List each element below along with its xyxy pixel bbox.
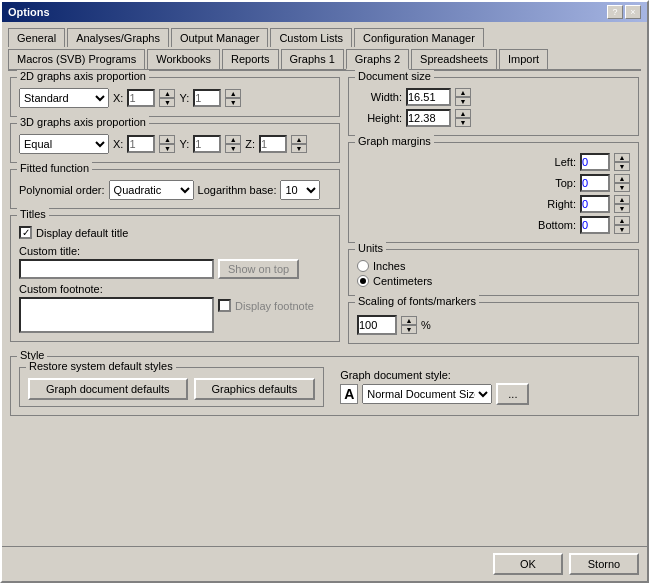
tab-general[interactable]: General: [8, 28, 65, 47]
custom-title-input[interactable]: [19, 259, 214, 279]
custom-title-label: Custom title:: [19, 245, 331, 257]
axis3d-x-up[interactable]: ▲: [159, 135, 175, 144]
margin-top-down[interactable]: ▼: [614, 183, 630, 192]
axis2d-dropdown[interactable]: Standard: [19, 88, 109, 108]
margin-bottom-input[interactable]: [580, 216, 610, 234]
axis2d-x-label: X:: [113, 92, 123, 104]
axis3d-legend: 3D graphs axis proportion: [17, 116, 149, 128]
margin-top-up[interactable]: ▲: [614, 174, 630, 183]
close-button[interactable]: ×: [625, 5, 641, 19]
axis3d-z-up[interactable]: ▲: [291, 135, 307, 144]
custom-footnote-label: Custom footnote:: [19, 283, 331, 295]
help-button[interactable]: ?: [607, 5, 623, 19]
margin-left-down[interactable]: ▼: [614, 162, 630, 171]
document-size-group: Document size Width: ▲ ▼ Height:: [348, 77, 639, 136]
tab-import[interactable]: Import: [499, 49, 548, 69]
tabs-row-1: General Analyses/Graphs Output Manager C…: [8, 26, 641, 47]
margin-bottom-up[interactable]: ▲: [614, 216, 630, 225]
margin-bottom-down[interactable]: ▼: [614, 225, 630, 234]
margin-left-input[interactable]: [580, 153, 610, 171]
margin-right-label: Right:: [536, 198, 576, 210]
cancel-button[interactable]: Storno: [569, 553, 639, 575]
log-dropdown[interactable]: 10: [280, 180, 320, 200]
show-on-top-button[interactable]: Show on top: [218, 259, 299, 279]
right-panel: Document size Width: ▲ ▼ Height:: [348, 77, 639, 350]
fitted-legend: Fitted function: [17, 162, 92, 174]
display-default-title-checkbox[interactable]: [19, 226, 32, 239]
axis3d-x-label: X:: [113, 138, 123, 150]
axis3d-y-down[interactable]: ▼: [225, 144, 241, 153]
margin-top-label: Top:: [536, 177, 576, 189]
height-input[interactable]: [406, 109, 451, 127]
width-input[interactable]: [406, 88, 451, 106]
margin-left-up[interactable]: ▲: [614, 153, 630, 162]
units-legend: Units: [355, 242, 386, 254]
margin-right-up[interactable]: ▲: [614, 195, 630, 204]
custom-footnote-textarea[interactable]: [19, 297, 214, 333]
inches-radio[interactable]: [357, 260, 369, 272]
axis2d-y-input[interactable]: [193, 89, 221, 107]
titles-legend: Titles: [17, 208, 49, 220]
axis2d-x-down[interactable]: ▼: [159, 98, 175, 107]
height-up[interactable]: ▲: [455, 109, 471, 118]
graph-doc-dropdown[interactable]: Normal Document Size: [362, 384, 492, 404]
restore-legend: Restore system default styles: [26, 360, 176, 372]
width-up[interactable]: ▲: [455, 88, 471, 97]
graphics-defaults-button[interactable]: Graphics defaults: [194, 378, 316, 400]
graph-doc-style-label: Graph document style:: [340, 369, 529, 381]
margin-right-input[interactable]: [580, 195, 610, 213]
browse-button[interactable]: ...: [496, 383, 529, 405]
tab-macros[interactable]: Macros (SVB) Programs: [8, 49, 145, 69]
tab-custom-lists[interactable]: Custom Lists: [270, 28, 352, 47]
graph-doc-icon: A: [340, 384, 358, 404]
axis2d-group: 2D graphs axis proportion Standard X: ▲ …: [10, 77, 340, 117]
tabs-row-2: Macros (SVB) Programs Workbooks Reports …: [8, 47, 641, 71]
tab-graphs2[interactable]: Graphs 2: [346, 49, 409, 70]
axis3d-z-input[interactable]: [259, 135, 287, 153]
tab-configuration-manager[interactable]: Configuration Manager: [354, 28, 484, 47]
title-bar: Options ? ×: [2, 2, 647, 22]
centimeters-radio-label[interactable]: Centimeters: [357, 275, 630, 287]
tab-graphs1[interactable]: Graphs 1: [281, 49, 344, 69]
poly-dropdown[interactable]: Quadratic: [109, 180, 194, 200]
tab-analyses-graphs[interactable]: Analyses/Graphs: [67, 28, 169, 47]
tab-workbooks[interactable]: Workbooks: [147, 49, 220, 69]
scaling-up[interactable]: ▲: [401, 316, 417, 325]
height-label: Height:: [357, 112, 402, 124]
axis3d-x-down[interactable]: ▼: [159, 144, 175, 153]
centimeters-radio[interactable]: [357, 275, 369, 287]
units-group: Units Inches Centimeters: [348, 249, 639, 296]
window-title: Options: [8, 6, 50, 18]
display-default-title-text: Display default title: [36, 227, 128, 239]
height-down[interactable]: ▼: [455, 118, 471, 127]
axis2d-y-up[interactable]: ▲: [225, 89, 241, 98]
graph-defaults-button[interactable]: Graph document defaults: [28, 378, 188, 400]
ok-button[interactable]: OK: [493, 553, 563, 575]
axis2d-legend: 2D graphs axis proportion: [17, 70, 149, 82]
scaling-input[interactable]: [357, 315, 397, 335]
width-down[interactable]: ▼: [455, 97, 471, 106]
inches-radio-label[interactable]: Inches: [357, 260, 630, 272]
axis3d-y-input[interactable]: [193, 135, 221, 153]
axis3d-z-down[interactable]: ▼: [291, 144, 307, 153]
margin-right-down[interactable]: ▼: [614, 204, 630, 213]
axis3d-y-up[interactable]: ▲: [225, 135, 241, 144]
graph-margins-legend: Graph margins: [355, 135, 434, 147]
scaling-down[interactable]: ▼: [401, 325, 417, 334]
tab-spreadsheets[interactable]: Spreadsheets: [411, 49, 497, 69]
margin-top-input[interactable]: [580, 174, 610, 192]
axis3d-dropdown[interactable]: Equal: [19, 134, 109, 154]
display-footnote-checkbox[interactable]: [218, 299, 231, 312]
tab-reports[interactable]: Reports: [222, 49, 279, 69]
axis2d-x-input[interactable]: [127, 89, 155, 107]
axis2d-y-down[interactable]: ▼: [225, 98, 241, 107]
axis3d-x-input[interactable]: [127, 135, 155, 153]
log-label: Logarithm base:: [198, 184, 277, 196]
tab-output-manager[interactable]: Output Manager: [171, 28, 269, 47]
axis2d-x-up[interactable]: ▲: [159, 89, 175, 98]
margin-bottom-label: Bottom:: [536, 219, 576, 231]
display-default-title-label[interactable]: Display default title: [19, 226, 331, 239]
margin-left-label: Left:: [536, 156, 576, 168]
axis3d-y-label: Y:: [179, 138, 189, 150]
style-group: Style Restore system default styles Grap…: [10, 356, 639, 416]
